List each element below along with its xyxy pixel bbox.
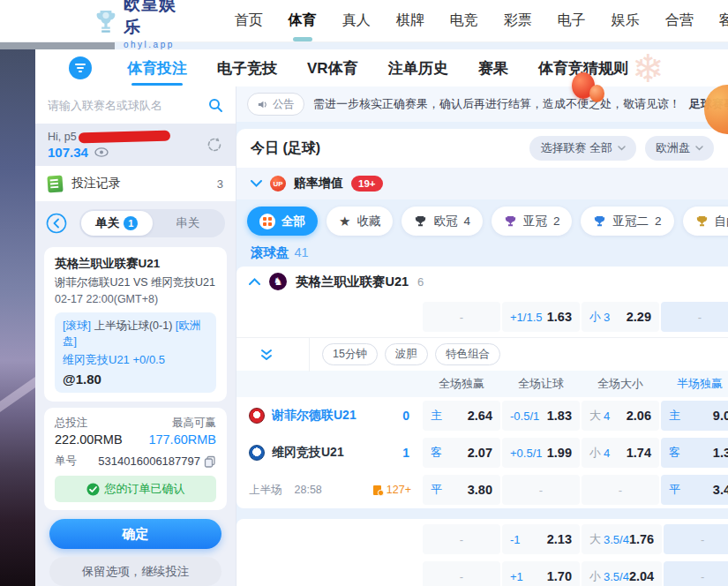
odds-cell[interactable]: -: [423, 524, 500, 554]
league-filter-dropdown[interactable]: 选择联赛 全部: [529, 136, 636, 161]
team-badge-wigan: [249, 445, 265, 461]
odds-cell[interactable]: 大3.5/41.76: [582, 524, 662, 554]
nav-support[interactable]: 客服: [719, 11, 728, 30]
odds-cell[interactable]: -: [423, 561, 500, 586]
handicap-line: +0.5/1: [510, 447, 543, 460]
copy-icon[interactable]: [204, 455, 216, 468]
nav-sports[interactable]: 体育: [289, 11, 317, 30]
away-score: 1: [402, 446, 409, 460]
league-logo-icon: ♞: [269, 273, 287, 290]
away-team-name[interactable]: 维冈竞技U21: [272, 445, 344, 461]
subnav-esports[interactable]: 电子竞技: [217, 58, 277, 79]
odds-cell[interactable]: 平3.80: [423, 475, 500, 505]
odds-dash: -: [460, 533, 463, 546]
odds-cell[interactable]: -: [582, 475, 659, 505]
pill-special-combo[interactable]: 特色组合: [435, 343, 500, 365]
odds-cell[interactable]: 客1.3: [661, 438, 728, 468]
chevron-down-icon: [695, 146, 703, 151]
sel-label: 客: [431, 445, 442, 461]
slip-odds: @1.80: [63, 372, 208, 387]
nav-board-games[interactable]: 棋牌: [396, 11, 424, 30]
subnav-sports-betting[interactable]: 体育投注: [127, 58, 187, 79]
expand-markets-row: 15分钟 波胆 特色组合: [236, 337, 728, 371]
home-team-name[interactable]: 谢菲尔德联U21: [272, 408, 356, 424]
back-arrow-icon[interactable]: [46, 213, 67, 234]
bet-records-icon: [47, 175, 63, 192]
brand-logo[interactable]: 欧皇娱乐 ohyl.app: [95, 0, 180, 49]
pill-15min[interactable]: 15分钟: [322, 343, 378, 365]
home-score: 0: [402, 409, 409, 423]
nav-slots[interactable]: 电子: [558, 11, 586, 30]
chip-ucl-count: 4: [463, 214, 470, 228]
odds-row-partial: - +1/1.5 1.63 小3 2.29 -: [236, 297, 728, 337]
slip-match-time: 02-17 22:00(GMT+8): [55, 293, 216, 305]
pill-correct-score[interactable]: 波胆: [385, 343, 428, 365]
bet-records-count: 3: [217, 177, 223, 191]
top-header: 欧皇娱乐 ohyl.app 首页 体育 真人 棋牌 电竞 彩票 电子 娱乐 合营…: [0, 0, 728, 42]
tab-single-bet[interactable]: 单关 1: [81, 211, 153, 236]
chip-favorites[interactable]: ★ 收藏: [326, 207, 393, 236]
user-info-panel: Hi, p5 107.34: [35, 124, 236, 166]
odds-cell[interactable]: -12.13: [502, 524, 580, 554]
chip-champions-league[interactable]: 欧冠 4: [402, 207, 483, 236]
nav-affiliate[interactable]: 合营: [665, 11, 694, 30]
odds-cell[interactable]: 主9.0: [661, 401, 728, 431]
league-header[interactable]: ♞ 英格兰职业联赛U21 6: [236, 267, 728, 297]
max-win-label: 最高可赢: [148, 416, 216, 431]
expand-toggle[interactable]: [236, 349, 296, 361]
odds-cell[interactable]: -: [661, 302, 728, 332]
odds-value: 3.4: [713, 483, 728, 497]
odds-value: 1.76: [629, 532, 654, 546]
live-markets-label: 滚球盘: [251, 244, 289, 261]
odds-cell[interactable]: +0.5/11.99: [502, 438, 580, 468]
odds-cell[interactable]: -: [502, 475, 580, 505]
odds-cell[interactable]: 平3.4: [661, 475, 728, 505]
chip-afc-champions[interactable]: 亚冠 2: [492, 207, 573, 236]
search-input[interactable]: [48, 99, 208, 112]
bet-slip-sidebar: Hi, p5 107.34 投注记录 3: [35, 86, 236, 586]
more-markets-link[interactable]: 127+: [372, 484, 411, 496]
odds-cell[interactable]: -0.5/11.83: [502, 401, 580, 431]
max-win-value: 177.60RMB: [148, 432, 216, 447]
subnav-rules[interactable]: 体育竞猜规则: [538, 58, 628, 79]
odds-cell[interactable]: -: [664, 524, 728, 554]
odds-cell[interactable]: +1/1.5 1.63: [502, 302, 580, 332]
league-match-count: 6: [417, 275, 424, 289]
odds-cell[interactable]: 小3.5/42.04: [582, 561, 662, 586]
nav-entertainment[interactable]: 娱乐: [612, 11, 640, 30]
confirm-button[interactable]: 确定: [49, 519, 221, 549]
odds-cell[interactable]: 小3 2.29: [582, 302, 659, 332]
odds-boost-row[interactable]: UP 赔率增值 19+: [236, 168, 728, 199]
odds-cell[interactable]: -: [423, 302, 500, 332]
nav-home[interactable]: 首页: [235, 11, 263, 30]
bet-records-item[interactable]: 投注记录 3: [35, 166, 236, 201]
subnav-results[interactable]: 赛果: [478, 58, 508, 79]
odds-cell[interactable]: +11.70: [502, 561, 580, 586]
odds-cell[interactable]: 大42.06: [582, 401, 659, 431]
odds-cell[interactable]: 小41.74: [582, 438, 659, 468]
refresh-balance-icon[interactable]: [206, 136, 223, 154]
order-confirmed-text: 您的订单已确认: [105, 481, 185, 497]
subnav-bet-history[interactable]: 注单历史: [388, 58, 448, 79]
chip-libertadores[interactable]: 自由杯 3: [683, 207, 728, 236]
search-icon[interactable]: [208, 98, 223, 113]
odds-cell[interactable]: 主2.64: [423, 401, 500, 431]
tab-parlay-bet[interactable]: 串关: [153, 211, 224, 236]
nav-lottery[interactable]: 彩票: [504, 11, 532, 30]
odds-cell[interactable]: 客2.07: [423, 438, 500, 468]
odds-dash: -: [698, 311, 702, 324]
keep-selections-button[interactable]: 保留选项，继续投注: [49, 557, 221, 586]
chip-all[interactable]: 全部: [247, 207, 318, 236]
chip-afc-champions-two[interactable]: 亚冠二 2: [581, 207, 673, 236]
parlay-bet-label: 串关: [176, 215, 199, 231]
odds-cell[interactable]: -: [664, 561, 728, 586]
check-circle-icon: [86, 483, 100, 496]
announcement-bar: 公告 需进一步核实正确赛果，确认后再进行结算，造成不便之处，敬请见谅！ 足球赛事: [236, 86, 728, 122]
market-type-dropdown[interactable]: 欧洲盘: [645, 136, 714, 161]
boost-up-icon: UP: [270, 176, 286, 192]
subnav-vr-sports[interactable]: VR体育: [307, 58, 358, 79]
nav-esports[interactable]: 电竞: [450, 11, 478, 30]
nav-live-casino[interactable]: 真人: [342, 11, 371, 30]
filter-menu-button[interactable]: [69, 56, 92, 79]
eye-icon[interactable]: [94, 147, 109, 157]
